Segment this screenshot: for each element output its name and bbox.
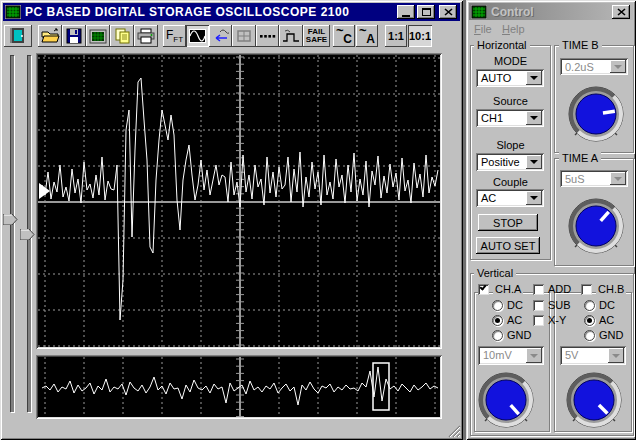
time-a-select-arrow[interactable] <box>610 172 626 185</box>
crt-screen-icon <box>89 29 107 44</box>
chevron-down-icon <box>614 177 622 181</box>
chevron-down-icon <box>530 196 538 200</box>
ch-a-range-select[interactable]: 10mV <box>478 346 544 365</box>
grid-toggle-button[interactable] <box>232 25 256 47</box>
open-folder-icon <box>41 28 60 44</box>
print-button[interactable] <box>134 25 158 47</box>
ch-b-gnd-radio[interactable] <box>584 330 595 341</box>
xy-checkbox[interactable] <box>533 315 544 326</box>
control-window: Control File Help Horizontal MODE AUTO S… <box>466 0 636 440</box>
chevron-down-icon <box>614 65 622 69</box>
time-a-select[interactable]: 5uS <box>560 170 628 187</box>
probe-10-1-button[interactable]: 10:1 <box>408 25 432 47</box>
copy-button[interactable] <box>110 25 134 47</box>
chevron-down-icon <box>530 354 538 358</box>
ch-a-position-thumb[interactable] <box>3 214 18 225</box>
ch-a-checkbox[interactable] <box>478 284 489 295</box>
failsafe-button[interactable]: FAIL SAFE <box>303 25 330 47</box>
time-a-knob[interactable] <box>566 196 626 256</box>
source-label: Source <box>470 95 551 107</box>
time-b-select-arrow[interactable] <box>610 60 626 73</box>
ch-b-dc-radio[interactable] <box>584 300 595 311</box>
time-b-group-label: TIME B <box>559 39 602 51</box>
control-title-bar[interactable]: Control <box>469 3 633 20</box>
ch-b-position-thumb[interactable] <box>20 229 35 240</box>
ch-a-gain-knob[interactable] <box>476 370 536 430</box>
ch-a-position-track[interactable] <box>10 55 14 412</box>
dotted-line-button[interactable] <box>256 25 279 47</box>
couple-select[interactable]: AC <box>476 189 544 207</box>
source-select[interactable]: CH1 <box>476 109 544 127</box>
add-checkbox[interactable] <box>533 284 544 295</box>
chevron-down-icon <box>530 116 538 120</box>
ch-a-dc-radio[interactable] <box>492 300 503 311</box>
ch-a-ac-radio[interactable] <box>492 315 503 326</box>
sub-checkbox-label: SUB <box>548 299 571 311</box>
ch-a-checkbox-label: CH.A <box>493 283 523 295</box>
exit-button[interactable] <box>4 25 32 47</box>
probe-1-1-button[interactable]: 1:1 <box>385 25 407 47</box>
save-button[interactable] <box>62 25 86 47</box>
fft-button[interactable]: FFT <box>163 25 186 47</box>
dotted-line-icon <box>259 33 276 39</box>
autoset-button[interactable]: AUTO SET <box>476 237 540 254</box>
ch-b-ac-label: AC <box>599 314 614 326</box>
close-button[interactable] <box>439 5 457 19</box>
scope-view-button[interactable] <box>186 25 209 47</box>
ch-a-gnd-radio[interactable] <box>492 330 503 341</box>
title-bar[interactable]: PC BASED DIGITAL STORAGE OSCILLOSCOPE 21… <box>3 3 460 21</box>
ch-b-checkbox[interactable] <box>581 284 592 295</box>
mode-select[interactable]: AUTO <box>476 69 544 87</box>
xy-checkbox-label: X-Y <box>548 314 566 326</box>
main-waveform <box>38 55 440 347</box>
ch-a-range-arrow[interactable] <box>526 348 542 363</box>
wave-a-button[interactable]: ~ A <box>356 25 378 47</box>
overview-waveform <box>38 357 440 417</box>
source-select-arrow[interactable] <box>526 111 542 125</box>
grid-icon <box>236 29 252 43</box>
overview-scope-display[interactable] <box>36 355 442 419</box>
wave-c-button[interactable]: ~ C <box>333 25 355 47</box>
couple-select-arrow[interactable] <box>526 191 542 205</box>
minimize-button[interactable] <box>397 5 415 19</box>
mode-select-arrow[interactable] <box>526 71 542 85</box>
ch-b-ac-radio[interactable] <box>584 315 595 326</box>
slope-label: Slope <box>470 139 551 151</box>
close-icon <box>444 8 453 16</box>
slope-select-arrow[interactable] <box>526 155 542 169</box>
control-close-icon <box>617 8 626 16</box>
floppy-icon <box>66 28 82 44</box>
time-a-group-label: TIME A <box>559 152 601 164</box>
menu-file[interactable]: File <box>474 23 492 35</box>
time-b-select[interactable]: 0.2uS <box>560 58 628 75</box>
snapshot-button[interactable] <box>86 25 110 47</box>
maximize-button[interactable] <box>417 5 435 19</box>
sine-wave-icon <box>189 29 206 43</box>
slope-select[interactable]: Positive <box>476 153 544 171</box>
open-button[interactable] <box>38 25 62 47</box>
couple-label: Couple <box>470 176 551 188</box>
ch-b-range-arrow[interactable] <box>608 348 624 363</box>
ch-a-dc-label: DC <box>507 299 523 311</box>
stop-button[interactable]: STOP <box>478 214 538 231</box>
main-scope-display[interactable] <box>36 53 442 349</box>
ch-b-gain-knob[interactable] <box>564 370 624 430</box>
menu-help[interactable]: Help <box>502 23 525 35</box>
window-title: PC BASED DIGITAL STORAGE OSCILLOSCOPE 21… <box>25 5 349 19</box>
recall-button[interactable] <box>209 25 232 47</box>
chevron-down-icon <box>612 354 620 358</box>
maximize-icon <box>422 8 431 16</box>
exit-icon <box>8 27 28 45</box>
failsafe-line2: SAFE <box>306 36 327 44</box>
control-close-button[interactable] <box>612 5 630 19</box>
square-wave-icon <box>282 29 300 44</box>
oscilloscope-window: PC BASED DIGITAL STORAGE OSCILLOSCOPE 21… <box>0 0 463 440</box>
ch-a-gnd-label: GND <box>507 329 531 341</box>
resize-grip[interactable] <box>446 424 461 438</box>
control-app-icon <box>471 5 487 19</box>
trigger-edge-button[interactable] <box>279 25 303 47</box>
sub-checkbox[interactable] <box>533 300 544 311</box>
ch-b-range-select[interactable]: 5V <box>560 346 626 365</box>
control-window-title: Control <box>491 5 534 19</box>
time-b-knob[interactable] <box>566 84 626 144</box>
